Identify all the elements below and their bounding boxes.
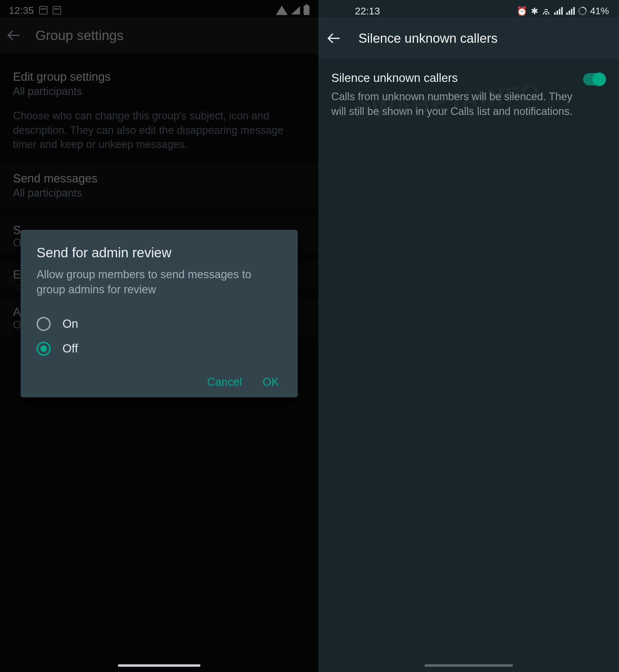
radio-option-off[interactable]: Off: [37, 336, 282, 361]
bluetooth-icon: ✱: [531, 6, 538, 16]
radio-icon: [37, 317, 51, 331]
nav-pill[interactable]: [118, 664, 200, 667]
radio-icon: [37, 342, 51, 356]
battery-ring-icon: [576, 5, 588, 16]
wifi-icon: [542, 7, 551, 14]
content-right: Silence unknown callers Calls from unkno…: [318, 59, 619, 131]
cellular-icon: [566, 7, 575, 15]
radio-option-on[interactable]: On: [37, 312, 282, 336]
status-time: 22:13: [355, 5, 380, 17]
dialog-title: Send for admin review: [37, 245, 282, 261]
setting-title: Edit group settings: [13, 70, 305, 83]
phone-right: 22:13 ⏰ ✱ 41% Silence unknown callers ©W…: [318, 0, 619, 672]
back-button[interactable]: [329, 32, 341, 44]
battery-icon: [303, 6, 310, 15]
page-title: Silence unknown callers: [358, 31, 497, 46]
alarm-icon: ⏰: [517, 6, 527, 16]
back-button[interactable]: [9, 29, 21, 41]
radio-label: On: [63, 317, 78, 330]
appbar-right: Silence unknown callers: [318, 18, 619, 59]
setting-title: Silence unknown callers: [331, 71, 574, 85]
ok-button[interactable]: OK: [263, 376, 279, 389]
nav-pill[interactable]: [424, 664, 513, 667]
radio-label: Off: [63, 342, 78, 355]
page-title: Group settings: [36, 27, 124, 43]
setting-description: Choose who can change this group's subje…: [0, 106, 318, 162]
cellular-icon: [291, 6, 300, 14]
setting-edit-group[interactable]: Edit group settings All participants: [0, 62, 318, 106]
wifi-icon: [276, 6, 288, 15]
toggle-switch[interactable]: [583, 73, 606, 85]
setting-send-messages[interactable]: Send messages All participants: [0, 163, 318, 207]
calendar-icon: [39, 6, 48, 14]
setting-title: Send messages: [13, 172, 305, 185]
status-bar-left: 12:35: [0, 0, 318, 18]
setting-subtitle: All participants: [13, 187, 305, 199]
status-bar-right: 22:13 ⏰ ✱ 41%: [318, 0, 619, 18]
setting-subtitle: All participants: [13, 85, 305, 97]
calendar-icon: [53, 6, 61, 14]
cellular-icon: [554, 7, 563, 15]
setting-description: Calls from unknown numbers will be silen…: [331, 89, 574, 119]
cancel-button[interactable]: Cancel: [207, 376, 242, 389]
phone-left: 12:35 Group settings Edit group settings…: [0, 0, 318, 672]
appbar-left: Group settings: [0, 18, 318, 53]
status-time: 12:35: [9, 5, 34, 16]
setting-silence-unknown[interactable]: Silence unknown callers Calls from unkno…: [331, 71, 606, 119]
battery-percent: 41%: [590, 6, 609, 16]
dialog-description: Allow group members to send messages to …: [37, 267, 282, 297]
admin-review-dialog: Send for admin review Allow group member…: [21, 230, 298, 397]
